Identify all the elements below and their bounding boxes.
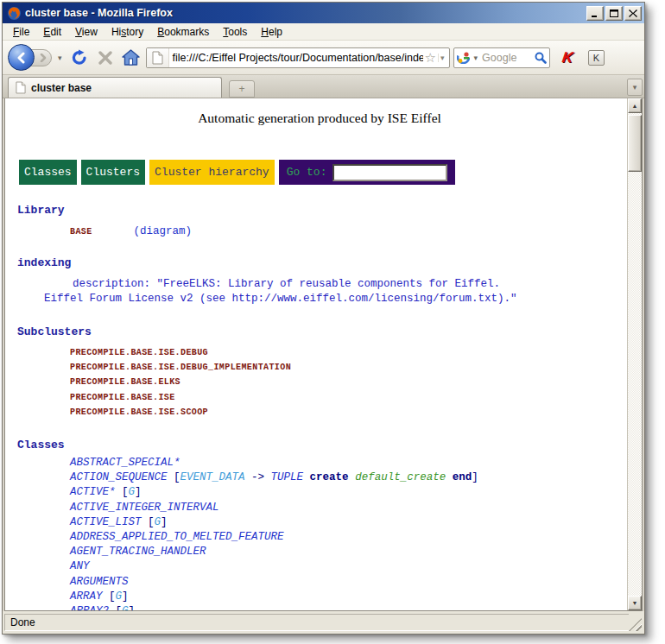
reload-button[interactable]	[68, 47, 91, 69]
class-entry[interactable]: ARRAY2 [G]	[70, 604, 622, 610]
class-entry-part: [	[109, 605, 122, 610]
status-panel: Done	[4, 614, 629, 631]
scroll-down-button[interactable]: ▼	[628, 596, 642, 610]
resize-grip[interactable]	[629, 618, 642, 631]
class-link[interactable]: ANY	[70, 560, 90, 572]
class-entry-part[interactable]: G	[129, 486, 136, 498]
class-entry[interactable]: ACTIVE_INTEGER_INTERVAL	[70, 501, 622, 515]
class-link[interactable]: ADDRESS_APPLIED_TO_MELTED_FEATURE	[70, 531, 284, 543]
class-entry[interactable]: ACTIVE* [G]	[70, 485, 622, 500]
classes-list: ABSTRACT_SPECIAL*ACTION_SEQUENCE [EVENT_…	[17, 456, 622, 610]
class-link[interactable]: ARRAY	[70, 590, 103, 603]
k-extension-button[interactable]: K	[588, 50, 605, 66]
browser-viewport: Automatic generation produced by ISE Eif…	[4, 98, 643, 611]
subcluster-link[interactable]: PRECOMPILE.BASE.ISE.DEBUG	[70, 345, 622, 360]
scrollbar-track[interactable]	[628, 172, 642, 596]
status-bar: Done	[3, 611, 644, 634]
subcluster-link[interactable]: PRECOMPILE.BASE.ISE	[70, 390, 622, 405]
goto-input[interactable]	[332, 164, 447, 181]
class-link[interactable]: ACTIVE*	[70, 486, 116, 498]
tab-bar: cluster base + ▾	[3, 75, 644, 98]
title-bar: cluster base - Mozilla Firefox	[3, 3, 644, 23]
class-link[interactable]: ARRAY2	[70, 605, 109, 610]
address-bar[interactable]: file:///C:/Eiffel Projects/tour/Document…	[146, 47, 450, 68]
search-icon[interactable]	[535, 52, 547, 64]
search-input[interactable]: Google	[482, 52, 532, 64]
class-entry[interactable]: ARGUMENTS	[70, 575, 622, 590]
kaspersky-icon[interactable]: K	[552, 49, 579, 66]
scrollbar-thumb[interactable]	[628, 115, 642, 172]
home-button[interactable]	[120, 47, 142, 69]
url-text[interactable]: file:///C:/Eiffel Projects/tour/Document…	[169, 52, 423, 64]
class-entry-part[interactable]: G	[116, 590, 123, 603]
class-entry-part	[303, 471, 310, 483]
goto-box: Go to:	[279, 160, 456, 185]
indexing-heading: indexing	[17, 256, 622, 269]
cluster-hierarchy-button[interactable]: Cluster hierarchy	[149, 160, 275, 185]
subclusters-list: PRECOMPILE.BASE.ISE.DEBUGPRECOMPILE.BASE…	[17, 345, 622, 420]
menu-help[interactable]: Help	[254, 24, 289, 40]
maximize-button[interactable]	[605, 6, 623, 21]
class-link[interactable]: TUPLE	[271, 471, 304, 483]
search-engine-dropdown-icon[interactable]: ▾	[472, 54, 481, 62]
back-forward-group	[8, 44, 52, 71]
menu-file[interactable]: File	[6, 24, 36, 40]
class-link[interactable]: ACTIVE_INTEGER_INTERVAL	[70, 502, 219, 514]
class-entry-part[interactable]: G	[122, 605, 129, 610]
browser-window: cluster base - Mozilla Firefox FileEditV…	[2, 2, 645, 635]
class-entry[interactable]: ABSTRACT_SPECIAL*	[70, 456, 622, 470]
menu-bookmarks[interactable]: Bookmarks	[150, 24, 216, 40]
firefox-icon	[7, 6, 22, 21]
class-entry[interactable]: ADDRESS_APPLIED_TO_MELTED_FEATURE	[70, 530, 622, 545]
class-entry-part: ]	[129, 605, 136, 610]
class-entry-part[interactable]: EVENT_DATA	[180, 471, 245, 483]
menu-bar: FileEditViewHistoryBookmarksToolsHelp	[3, 23, 644, 41]
indexing-description-line1: description: "FreeELKS: Library of reusa…	[73, 277, 622, 292]
library-section: Library BASE (diagram)	[17, 204, 622, 237]
subcluster-link[interactable]: PRECOMPILE.BASE.ELKS	[70, 375, 622, 389]
class-entry[interactable]: AGENT_TRACING_HANDLER	[70, 545, 622, 559]
search-bar[interactable]: ▾ Google	[453, 47, 550, 68]
menu-view[interactable]: View	[68, 24, 104, 40]
class-entry[interactable]: ACTIVE_LIST [G]	[70, 515, 622, 530]
scroll-up-button[interactable]: ▲	[628, 98, 642, 113]
class-entry[interactable]: ACTION_SEQUENCE [EVENT_DATA -> TUPLE cre…	[70, 470, 622, 485]
menu-history[interactable]: History	[104, 24, 150, 40]
tab-label: cluster base	[31, 82, 92, 94]
status-text: Done	[10, 616, 35, 628]
window-title: cluster base - Mozilla Firefox	[25, 7, 583, 19]
class-entry-part[interactable]: default_create	[355, 471, 446, 483]
close-button[interactable]	[624, 6, 642, 21]
indexing-section: indexing description: "FreeELKS: Library…	[17, 256, 622, 306]
tab-cluster-base[interactable]: cluster base	[8, 77, 222, 98]
class-entry[interactable]: ARRAY [G]	[70, 590, 622, 604]
subcluster-link[interactable]: PRECOMPILE.BASE.ISE.SCOOP	[70, 405, 622, 420]
class-link[interactable]: ACTIVE_LIST	[70, 516, 142, 528]
tab-list-dropdown-button[interactable]: ▾	[627, 79, 643, 96]
menu-tools[interactable]: Tools	[216, 24, 254, 40]
back-button[interactable]	[8, 44, 35, 71]
minimize-button[interactable]	[586, 6, 604, 21]
class-link[interactable]: ABSTRACT_SPECIAL*	[70, 457, 180, 469]
navigation-toolbar: ▾ file:///C:/Eiffel Projects/tour/Docume…	[3, 41, 644, 75]
class-entry-part[interactable]: G	[155, 516, 162, 528]
desktop-background: cluster base - Mozilla Firefox FileEditV…	[0, 0, 665, 644]
menu-edit[interactable]: Edit	[36, 24, 68, 40]
class-entry-part: [	[168, 471, 180, 483]
class-link[interactable]: AGENT_TRACING_HANDLER	[70, 546, 206, 558]
subcluster-link[interactable]: PRECOMPILE.BASE.ISE.DEBUG_IMPLEMENTATION	[70, 360, 622, 375]
diagram-link[interactable]: (diagram)	[134, 225, 193, 237]
new-tab-button[interactable]: +	[229, 80, 255, 98]
class-link[interactable]: ARGUMENTS	[70, 576, 129, 588]
vertical-scrollbar[interactable]: ▲ ▼	[627, 98, 642, 610]
subclusters-heading: Subclusters	[17, 325, 622, 338]
url-dropdown-icon[interactable]: ▾	[438, 54, 449, 62]
class-entry[interactable]: ANY	[70, 559, 622, 574]
class-link[interactable]: ACTION_SEQUENCE	[70, 471, 168, 483]
history-dropdown-icon[interactable]: ▾	[55, 54, 65, 62]
bookmark-star-icon[interactable]: ☆	[423, 50, 438, 66]
class-entry-part: ]	[472, 471, 478, 483]
classes-button[interactable]: Classes	[19, 160, 77, 185]
stop-button[interactable]	[94, 47, 117, 69]
clusters-button[interactable]: Clusters	[81, 160, 145, 185]
